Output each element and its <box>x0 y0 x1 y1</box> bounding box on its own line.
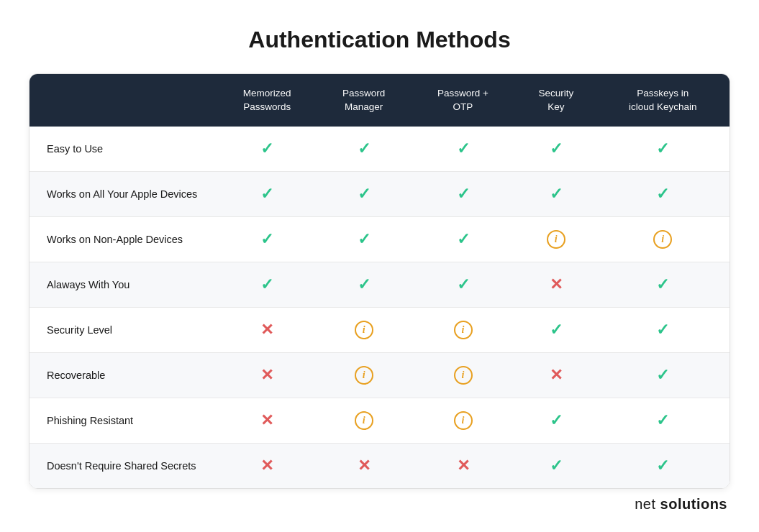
table-row: Security Level✕ii✓✓ <box>29 308 730 353</box>
header-password-manager: PasswordManager <box>318 74 410 127</box>
table-row: Easy to Use✓✓✓✓✓ <box>29 127 730 172</box>
cell-password_otp: i <box>410 398 516 444</box>
cell-passkeys: ✓ <box>596 444 730 489</box>
info-icon: i <box>547 230 565 249</box>
check-icon: ✓ <box>550 411 563 430</box>
check-icon: ✓ <box>656 275 669 294</box>
cell-security_key: ✓ <box>516 308 596 353</box>
table-header-row: MemorizedPasswords PasswordManager Passw… <box>29 74 730 127</box>
table-row: Works on Non-Apple Devices✓✓✓ii <box>29 217 730 262</box>
header-security-key: SecurityKey <box>516 74 596 127</box>
cell-password_manager: i <box>318 398 410 444</box>
cell-password_manager: ✕ <box>318 444 410 489</box>
table-row: Alaways With You✓✓✓✕✓ <box>29 262 730 308</box>
cell-security_key: i <box>516 217 596 262</box>
header-password-otp: Password +OTP <box>410 74 516 127</box>
info-icon: i <box>454 366 473 385</box>
cell-feature: Alaways With You <box>29 262 217 308</box>
cross-icon: ✕ <box>260 411 273 430</box>
info-icon: i <box>355 411 373 430</box>
cell-password_manager: ✓ <box>318 127 410 172</box>
cell-security_key: ✓ <box>516 398 596 444</box>
cell-security_key: ✕ <box>516 262 596 308</box>
cell-feature: Doesn't Require Shared Secrets <box>29 444 217 489</box>
page-title: Authentication Methods <box>248 27 510 53</box>
cross-icon: ✕ <box>550 275 563 294</box>
check-icon: ✓ <box>260 275 273 294</box>
table-row: Doesn't Require Shared Secrets✕✕✕✓✓ <box>29 444 730 489</box>
check-icon: ✓ <box>550 321 563 339</box>
info-icon: i <box>355 321 373 339</box>
table-row: Works on All Your Apple Devices✓✓✓✓✓ <box>29 172 730 217</box>
check-icon: ✓ <box>656 139 669 158</box>
cell-password_manager: ✓ <box>318 172 410 217</box>
cell-memorized: ✓ <box>217 217 318 262</box>
cell-memorized: ✓ <box>217 262 318 308</box>
check-icon: ✓ <box>457 185 470 203</box>
cell-feature: Works on Non-Apple Devices <box>29 217 217 262</box>
header-feature <box>29 74 217 127</box>
cell-security_key: ✓ <box>516 127 596 172</box>
cell-password_manager: i <box>318 308 410 353</box>
cross-icon: ✕ <box>550 366 563 385</box>
cell-password_manager: ✓ <box>318 217 410 262</box>
cell-feature: Easy to Use <box>29 127 217 172</box>
check-icon: ✓ <box>260 139 273 158</box>
info-icon: i <box>653 230 672 249</box>
cell-security_key: ✓ <box>516 444 596 489</box>
cell-feature: Security Level <box>29 308 217 353</box>
brand-suffix: solutions <box>656 496 727 512</box>
check-icon: ✓ <box>550 139 563 158</box>
cell-memorized: ✕ <box>217 444 318 489</box>
brand-prefix: net <box>635 496 655 512</box>
table-row: Recoverable✕ii✕✓ <box>29 353 730 398</box>
cell-passkeys: i <box>596 217 730 262</box>
cell-memorized: ✓ <box>217 127 318 172</box>
cell-passkeys: ✓ <box>596 398 730 444</box>
check-icon: ✓ <box>358 230 371 249</box>
cell-memorized: ✕ <box>217 308 318 353</box>
cell-password_otp: ✓ <box>410 217 516 262</box>
check-icon: ✓ <box>550 185 563 203</box>
check-icon: ✓ <box>656 321 669 339</box>
cell-password_otp: ✕ <box>410 444 516 489</box>
cell-password_otp: ✓ <box>410 127 516 172</box>
cross-icon: ✕ <box>457 457 470 475</box>
cell-memorized: ✕ <box>217 398 318 444</box>
info-icon: i <box>355 366 373 385</box>
cell-passkeys: ✓ <box>596 262 730 308</box>
cell-passkeys: ✓ <box>596 308 730 353</box>
check-icon: ✓ <box>260 230 273 249</box>
cell-feature: Recoverable <box>29 353 217 398</box>
cell-password_manager: ✓ <box>318 262 410 308</box>
cell-password_otp: ✓ <box>410 172 516 217</box>
check-icon: ✓ <box>260 185 273 203</box>
cross-icon: ✕ <box>358 457 371 475</box>
cross-icon: ✕ <box>260 366 273 385</box>
check-icon: ✓ <box>656 185 669 203</box>
cell-passkeys: ✓ <box>596 353 730 398</box>
check-icon: ✓ <box>656 411 669 430</box>
check-icon: ✓ <box>457 139 470 158</box>
brand-logo: net solutions <box>29 489 730 513</box>
check-icon: ✓ <box>358 275 371 294</box>
comparison-table: MemorizedPasswords PasswordManager Passw… <box>29 74 730 489</box>
cell-feature: Phishing Resistant <box>29 398 217 444</box>
check-icon: ✓ <box>358 139 371 158</box>
cell-feature: Works on All Your Apple Devices <box>29 172 217 217</box>
check-icon: ✓ <box>358 185 371 203</box>
cell-passkeys: ✓ <box>596 127 730 172</box>
check-icon: ✓ <box>457 230 470 249</box>
check-icon: ✓ <box>550 457 563 475</box>
table-row: Phishing Resistant✕ii✓✓ <box>29 398 730 444</box>
header-passkeys: Passkeys inicloud Keychain <box>596 74 730 127</box>
cell-security_key: ✓ <box>516 172 596 217</box>
check-icon: ✓ <box>656 457 669 475</box>
cell-password_manager: i <box>318 353 410 398</box>
cell-memorized: ✓ <box>217 172 318 217</box>
cell-memorized: ✕ <box>217 353 318 398</box>
cell-password_otp: i <box>410 353 516 398</box>
cell-passkeys: ✓ <box>596 172 730 217</box>
info-icon: i <box>454 321 473 339</box>
cross-icon: ✕ <box>260 457 273 475</box>
